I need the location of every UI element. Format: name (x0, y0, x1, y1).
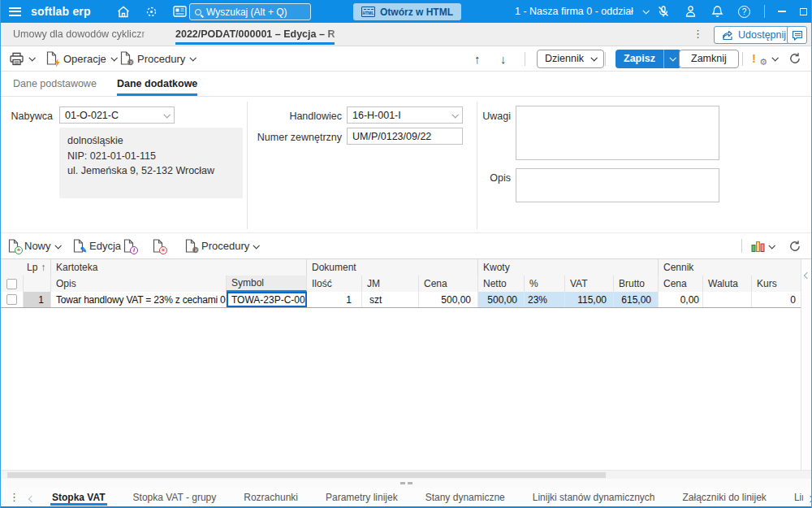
bottom-tabs-scroll-right-icon[interactable] (808, 490, 812, 505)
open-in-html-button[interactable]: HTML Otwórz w HTML (353, 3, 461, 20)
tab-umowy[interactable]: Umowy dla dowodów cyklicznych (13, 23, 145, 46)
cell-symbol-selected[interactable]: TOWA-23P-C-001 (227, 292, 307, 307)
cell-cena[interactable]: 500,00 (419, 292, 478, 307)
operacje-menu[interactable]: Operacje (45, 46, 116, 71)
print-button[interactable] (9, 46, 34, 71)
column-header-brutto[interactable]: Brutto (614, 276, 659, 292)
numer-zewnetrzny-field[interactable] (347, 128, 463, 145)
opis-textarea[interactable] (516, 169, 719, 202)
cell-netto[interactable]: 500,00 (478, 292, 525, 307)
tab-parametry-linijek[interactable]: Parametry linijek (326, 488, 398, 506)
company-selector[interactable]: 1 - Nasza firma 0 - oddział (515, 0, 648, 23)
row-checkbox[interactable] (6, 294, 17, 305)
cell-waluta[interactable] (703, 292, 752, 307)
column-header-symbol[interactable]: Symbol (227, 276, 307, 292)
group-header-kartoteka: Kartoteka (51, 259, 307, 276)
minimize-button[interactable] (771, 0, 793, 23)
home-icon[interactable] (117, 6, 130, 18)
maximize-button[interactable] (793, 0, 812, 23)
column-header-lp[interactable]: Lp ↑ (24, 259, 51, 276)
global-search[interactable] (189, 3, 311, 20)
cell-vat[interactable]: 115,00 (565, 292, 614, 307)
horizontal-scrollbar[interactable] (1, 470, 812, 479)
select-all-cell[interactable] (1, 276, 24, 292)
comments-button[interactable] (787, 26, 807, 44)
expand-panel-icon[interactable] (804, 272, 810, 279)
lp-header-label: Lp (27, 262, 37, 273)
column-header-procent[interactable]: % (525, 276, 565, 292)
tab-stopka-vat[interactable]: Stopka VAT (52, 488, 106, 506)
toolbar-separator (741, 239, 742, 253)
cell-brutto[interactable]: 615,00 (614, 292, 659, 307)
tab-linijki-stanow-dynamicznych[interactable]: Linijki stanów dynamicznych (533, 488, 655, 506)
move-down-button[interactable]: ↓ (500, 46, 507, 71)
column-header-cena[interactable]: Cena (419, 276, 478, 292)
bell-icon[interactable] (711, 5, 723, 18)
cell-vat-procent[interactable]: 23% (525, 292, 565, 307)
refresh-button[interactable] (788, 46, 801, 71)
handlowiec-combobox[interactable] (347, 106, 463, 124)
user-icon[interactable] (685, 5, 697, 18)
tab-zalaczniki-do-linijek[interactable]: Załączniki do linijek (682, 488, 766, 506)
bottom-tabs-kebab-icon[interactable]: ⋮ (9, 491, 19, 503)
nowy-button[interactable]: + Nowy (7, 233, 60, 258)
share-button[interactable]: Udostępnij (714, 26, 794, 44)
column-header-vat[interactable]: VAT (565, 276, 614, 292)
alerts-settings-button[interactable]: ! ⚙ (751, 46, 777, 71)
menu-icon[interactable] (9, 7, 21, 16)
column-header-waluta[interactable]: Waluta (703, 276, 752, 292)
cell-kurs[interactable]: 0 (752, 292, 801, 307)
procedury-menu[interactable]: ⚙ Procedury (119, 46, 195, 71)
column-header-cennik-cena[interactable]: Cena (659, 276, 703, 292)
close-document-button[interactable]: Zamknij (679, 50, 739, 68)
cell-jm[interactable]: szt (362, 292, 419, 307)
scrollbar-thumb[interactable] (7, 472, 606, 478)
column-header-opis[interactable]: Opis (51, 276, 227, 292)
uwagi-textarea[interactable] (516, 106, 719, 159)
cell-opis[interactable]: Towar handlowy VAT = 23% z cechami 001 (51, 292, 227, 307)
right-panel-strip[interactable] (801, 258, 812, 470)
search-input[interactable] (206, 7, 305, 18)
chart-view-button[interactable] (751, 233, 774, 258)
grid-procedury-menu[interactable]: ⚙ Procedury (184, 233, 258, 258)
tab-dane-dodatkowe[interactable]: Dane dodatkowe (117, 72, 197, 96)
tab-edycja-dokumentu[interactable]: 2022/PODAT/000001 – Edycja – Rejes (175, 23, 335, 46)
select-all-checkbox[interactable] (6, 279, 17, 289)
cell-ilosc[interactable]: 1 (307, 292, 362, 307)
column-header-jm[interactable]: JM (362, 276, 419, 292)
table-row[interactable]: 1 Towar handlowy VAT = 23% z cechami 001… (1, 292, 801, 308)
share-icon (722, 30, 733, 41)
handlowiec-input[interactable] (348, 110, 452, 121)
tab-stany-dynamiczne[interactable]: Stany dynamiczne (425, 488, 505, 506)
save-button[interactable]: Zapisz (615, 50, 681, 68)
help-icon[interactable]: ? (738, 6, 750, 18)
column-header-netto[interactable]: Netto (478, 276, 525, 292)
chevron-down-icon[interactable] (451, 111, 458, 118)
bottom-tabs-scroll-left-icon[interactable] (29, 490, 34, 505)
tab-rozrachunki[interactable]: Rozrachunki (244, 488, 298, 506)
tab-overflow-kebab-icon[interactable]: ⋮ (693, 28, 703, 40)
microphone-off-icon[interactable] (657, 5, 670, 18)
nabywca-combobox[interactable] (59, 106, 175, 124)
move-up-button[interactable]: ↑ (474, 46, 481, 71)
row-select-cell[interactable] (1, 292, 24, 307)
row-delete-button[interactable]: × (152, 233, 165, 258)
column-header-ilosc[interactable]: Ilość (307, 276, 362, 292)
grid-refresh-button[interactable] (788, 233, 801, 258)
numer-zewnetrzny-input[interactable] (348, 131, 462, 142)
tab-linijki-stanow[interactable]: Linijki stanów (794, 488, 803, 506)
cell-cennik-cena[interactable]: 0,00 (659, 292, 703, 307)
chevron-down-icon[interactable] (163, 111, 170, 118)
cell-lp[interactable]: 1 (24, 292, 51, 307)
row-info-button[interactable]: i (123, 233, 136, 258)
tab-dane-podstawowe[interactable]: Dane podstawowe (13, 72, 97, 96)
nabywca-input[interactable] (60, 110, 164, 121)
edycja-button[interactable]: ✎ Edycja (72, 233, 121, 258)
panel-splitter[interactable] (1, 479, 812, 488)
column-header-kurs[interactable]: Kurs (752, 276, 801, 292)
news-icon[interactable] (173, 6, 187, 17)
assistant-sun-icon[interactable] (145, 5, 158, 19)
splitter-grip[interactable] (400, 482, 412, 484)
dziennik-dropdown[interactable]: Dziennik (537, 46, 604, 71)
tab-stopka-vat-grupy[interactable]: Stopka VAT - grupy (133, 488, 217, 506)
